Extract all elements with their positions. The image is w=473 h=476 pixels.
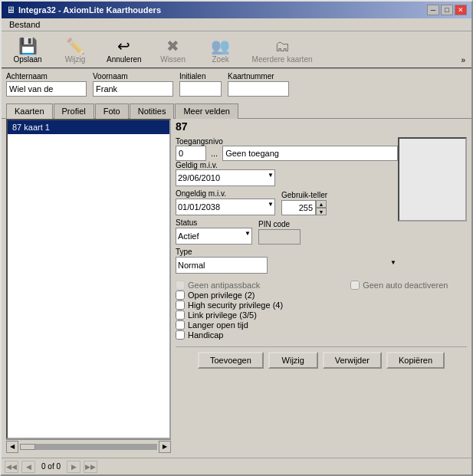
meerdere-kaarten-button[interactable]: 🗂 Meerdere kaarten: [245, 34, 320, 67]
gebruik-teller-label: Gebruik-teller: [281, 191, 327, 199]
last-button[interactable]: ▶▶: [84, 461, 97, 473]
app-icon: 🖥: [6, 5, 15, 15]
checkboxes-area: Geen antipassback Geen auto deactiveren …: [176, 280, 467, 340]
handicap-row: Handicap: [176, 330, 467, 340]
wijzig-action-button[interactable]: Wijzig: [268, 352, 318, 369]
geen-antipassback-row: Geen antipassback Geen auto deactiveren: [176, 281, 467, 290]
list-item[interactable]: 87 kaart 1: [8, 120, 169, 134]
tab-notities[interactable]: Notities: [130, 103, 175, 119]
wijzig-button[interactable]: ✏️ Wijzig: [52, 34, 98, 67]
scroll-right-button[interactable]: ▶: [159, 441, 171, 453]
status-label: Status: [176, 218, 252, 227]
spinner-down-button[interactable]: ▼: [316, 208, 327, 215]
search-icon: 👥: [211, 38, 230, 54]
kaartnummer-input[interactable]: [228, 81, 289, 97]
main-content: 87 kaart 1 ◀ ▶ 87 Toegangsnivo ...: [2, 118, 471, 458]
first-button[interactable]: ◀◀: [5, 461, 18, 473]
pin-group: PIN code: [258, 220, 301, 245]
spinner-up-button[interactable]: ▲: [316, 200, 327, 208]
link-privilege-checkbox[interactable]: [176, 310, 185, 320]
ongeldig-miv-select[interactable]: 01/01/2038: [176, 199, 275, 215]
initialen-input[interactable]: [179, 81, 222, 97]
toegangsnivo-desc-input[interactable]: [222, 146, 398, 161]
gebruik-teller-input[interactable]: [281, 200, 316, 215]
toegangsnivo-num-input[interactable]: [176, 146, 206, 161]
gebruik-teller-spinner: ▲ ▼: [281, 200, 327, 215]
menu-bar: Bestand: [2, 18, 471, 31]
next-button[interactable]: ▶: [67, 461, 80, 473]
wissen-button[interactable]: ✖ Wissen: [150, 34, 196, 67]
annuleren-button[interactable]: ↩ Annuleren: [100, 34, 149, 67]
tab-foto[interactable]: Foto: [95, 103, 129, 119]
ongeldig-group: Ongeldig m.i.v. 01/01/2038: [176, 189, 275, 215]
ongeldig-miv-wrapper: 01/01/2038: [176, 199, 275, 215]
menu-bestand[interactable]: Bestand: [5, 18, 44, 31]
status-text: 0 of 0: [38, 462, 64, 471]
tab-profiel[interactable]: Profiel: [54, 103, 94, 119]
zoek-button[interactable]: 👥 Zoek: [198, 34, 244, 67]
toegangsnivo-label: Toegangsnivo: [176, 137, 398, 146]
opslaan-button[interactable]: 💾 Opslaan: [5, 34, 51, 67]
geen-antipassback-label: Geen antipassback: [188, 281, 260, 290]
type-wrapper: Normal VIP Guest: [176, 257, 398, 274]
scroll-track: [20, 444, 157, 450]
geen-auto-deactiveren-checkbox[interactable]: [350, 281, 360, 290]
maximize-button[interactable]: □: [441, 5, 453, 15]
minimize-button[interactable]: ─: [427, 5, 439, 15]
achternaam-input[interactable]: [6, 81, 87, 97]
open-privilege-row: Open privilege (2): [176, 291, 467, 300]
wijzig-label: Wijzig: [65, 55, 86, 64]
edit-icon: ✏️: [66, 38, 85, 54]
tab-meer-velden[interactable]: Meer velden: [175, 103, 238, 119]
status-select[interactable]: Actief Inactief: [176, 228, 252, 245]
geen-auto-deactiveren-label: Geen auto deactiveren: [363, 281, 448, 290]
link-privilege-label: Link privilege (3/5): [188, 310, 257, 320]
card-number-heading: 87: [176, 119, 467, 134]
save-icon: 💾: [18, 38, 38, 54]
toolbar-overflow[interactable]: »: [458, 53, 468, 67]
open-privilege-checkbox[interactable]: [176, 291, 185, 300]
card-list: 87 kaart 1: [6, 119, 171, 439]
dots-separator: ...: [209, 149, 219, 158]
undo-icon: ↩: [117, 38, 130, 54]
meerdere-kaarten-label: Meerdere kaarten: [252, 55, 313, 64]
geldig-miv-select[interactable]: 29/06/2010: [176, 169, 275, 186]
scroll-thumb[interactable]: [20, 444, 35, 450]
cards-icon: 🗂: [274, 38, 290, 54]
form-area: Achternaam Voornaam Initialen Kaartnumme…: [2, 69, 471, 100]
main-window: 🖥 Integra32 - AxiomLite Kaarthouders ─ □…: [0, 0, 473, 476]
voornaam-label: Voornaam: [93, 72, 173, 80]
geen-antipassback-checkbox[interactable]: [176, 281, 185, 290]
verwijder-button[interactable]: Verwijder: [323, 352, 382, 369]
high-security-checkbox[interactable]: [176, 300, 185, 310]
zoek-label: Zoek: [212, 55, 228, 64]
high-security-row: High security privilege (4): [176, 300, 467, 310]
prev-button[interactable]: ◀: [21, 461, 35, 473]
bottom-buttons: Toevoegen Wijzig Verwijder Kopiëren: [176, 346, 467, 370]
pin-code-input[interactable]: [258, 229, 301, 245]
toegangsnivo-photo-row: Toegangsnivo ... Geldig m.i.v. 29/06/201…: [176, 137, 467, 274]
kopieren-button[interactable]: Kopiëren: [386, 352, 445, 369]
toegangsnivo-row: ...: [176, 146, 398, 161]
langer-open-checkbox[interactable]: [176, 320, 185, 330]
ongeldig-gebruik-row: Ongeldig m.i.v. 01/01/2038 Gebruik-telle…: [176, 189, 398, 215]
tab-kaarten[interactable]: Kaarten: [6, 103, 53, 119]
langer-open-row: Langer open tijd: [176, 320, 467, 330]
geldig-section: Geldig m.i.v. 29/06/2010: [176, 161, 398, 186]
scroll-left-button[interactable]: ◀: [6, 441, 18, 453]
title-bar: 🖥 Integra32 - AxiomLite Kaarthouders ─ □…: [2, 2, 471, 18]
annuleren-label: Annuleren: [107, 55, 142, 64]
delete-icon: ✖: [166, 38, 179, 54]
geldig-miv-wrapper: 29/06/2010: [176, 169, 275, 186]
close-button[interactable]: ✕: [455, 5, 467, 15]
geldig-miv-label: Geldig m.i.v.: [176, 161, 398, 169]
handicap-checkbox[interactable]: [176, 330, 185, 340]
tab-strip: Kaarten Profiel Foto Notities Meer velde…: [6, 103, 467, 118]
type-select[interactable]: Normal VIP Guest: [176, 257, 268, 274]
type-label: Type: [176, 248, 398, 256]
window-controls: ─ □ ✕: [427, 5, 467, 15]
toevoegen-button[interactable]: Toevoegen: [198, 352, 264, 369]
status-wrapper: Actief Inactief: [176, 228, 252, 245]
achternaam-field: Achternaam: [6, 72, 87, 97]
voornaam-input[interactable]: [93, 81, 173, 97]
